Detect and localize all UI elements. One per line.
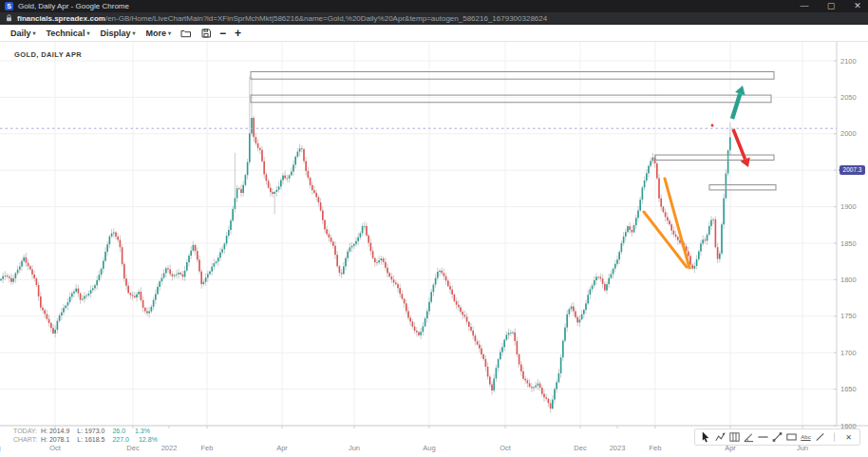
price-tick-label: 1750 (840, 312, 857, 320)
legend-row-chart: CHART: H: 2078.1 L: 1618.5 227.0 12.8% (13, 436, 165, 445)
url-path: /en-GB/Home/LiveChartMain?id=XFinSprMchM… (105, 14, 547, 23)
menu-technical[interactable]: Technical▾ (47, 29, 90, 38)
date-tick-label: Apr (276, 444, 288, 452)
price-tick-label: 1800 (840, 276, 857, 284)
price-range-rectangle-drawing[interactable] (251, 72, 774, 80)
today-high: H: 2014.9 (41, 428, 69, 436)
date-tick-label: Feb (650, 444, 662, 452)
rectangle-tool[interactable] (785, 430, 798, 444)
date-tick-label: Feb (201, 444, 214, 452)
price-tick-label: 2050 (840, 93, 857, 102)
today-change: 26.0 (112, 428, 125, 436)
ohlc-legend: TODAY: H: 2014.9 L: 1973.0 26.0 1.3% CHA… (13, 428, 165, 444)
menu-daily[interactable]: Daily▾ (10, 29, 36, 38)
current-price-badge: 2007.3 (840, 165, 865, 175)
site-favicon: S (5, 2, 13, 10)
date-tick-label: Dec (574, 444, 587, 452)
price-range-rectangle-drawing[interactable] (709, 185, 776, 190)
down-arrow-drawing[interactable] (733, 129, 750, 167)
window-title: Gold, Daily Apr - Google Chrome (18, 2, 129, 10)
close-tool[interactable]: ✕ (842, 430, 855, 444)
chart-low: L: 1618.5 (77, 436, 104, 445)
menu-display[interactable]: Display▾ (100, 29, 135, 38)
diagonal-line-tool[interactable] (814, 430, 826, 444)
date-tick-label: Oct (500, 444, 512, 452)
legend-label: TODAY: (13, 428, 39, 436)
fib-grid-tool[interactable] (728, 430, 741, 444)
toolbar-separator (828, 430, 840, 444)
date-tick-label: 2022 (161, 444, 178, 452)
legend-row-today: TODAY: H: 2014.9 L: 1973.0 26.0 1.3% (13, 428, 165, 436)
chart-high: H: 2078.1 (41, 436, 69, 445)
menu-more[interactable]: More▾ (145, 29, 171, 38)
symbol-label: GOLD, DAILY APR (14, 50, 82, 59)
chevron-down-icon: ▾ (33, 30, 36, 36)
url-input[interactable]: financials.spreadex.com/en-GB/Home/LiveC… (17, 14, 547, 23)
close-button[interactable]: ✕ (851, 0, 864, 12)
chevron-down-icon: ▾ (168, 30, 171, 36)
date-tick-label: Aug (423, 444, 435, 452)
candle-bodies-layer (0, 118, 730, 409)
lock-icon[interactable] (6, 14, 12, 22)
drawing-toolbar: Abc✕ (694, 428, 860, 446)
chart-toolbar: Daily▾ Technical▾ Display▾ More▾ − + (0, 25, 868, 42)
url-domain: financials.spreadex.com (17, 14, 105, 23)
today-change-pct: 1.3% (135, 428, 150, 436)
price-tick-label: 1700 (840, 349, 857, 357)
horizontal-line-tool[interactable] (757, 430, 769, 444)
chart-area[interactable]: 2100205020001950190018501800175017001650… (0, 42, 868, 457)
maximize-button[interactable]: ▢ (824, 0, 838, 12)
polyline-arrow-tool[interactable] (714, 430, 726, 444)
save-icon[interactable] (201, 29, 211, 38)
current-price-marker (711, 124, 714, 127)
zoom-in-button[interactable]: + (235, 27, 241, 40)
window-title-bar: S Gold, Daily Apr - Google Chrome — ▢ ✕ (0, 0, 868, 12)
date-tick-label: Oct (49, 444, 62, 452)
today-low: L: 1973.0 (77, 428, 104, 436)
angle-tool[interactable] (743, 430, 755, 444)
legend-label: CHART: (13, 436, 39, 445)
candlestick-chart[interactable]: 2100205020001950190018501800175017001650… (0, 42, 868, 457)
chart-change-pct: 12.8% (139, 436, 158, 445)
address-bar: financials.spreadex.com/en-GB/Home/LiveC… (0, 12, 868, 25)
price-range-rectangle-drawing[interactable] (655, 155, 774, 160)
chevron-down-icon: ▾ (86, 30, 89, 36)
date-tick-label: Jun (349, 444, 360, 452)
date-tick-label: Aug (0, 444, 1, 452)
price-tick-label: 1850 (840, 239, 857, 248)
text-tool[interactable]: Abc (800, 430, 812, 444)
date-tick-label: Dec (126, 444, 140, 452)
price-range-rectangle-drawing[interactable] (251, 95, 771, 103)
price-tick-label: 2100 (840, 57, 857, 66)
price-tick-label: 1900 (840, 202, 857, 211)
open-folder-icon[interactable] (180, 29, 192, 38)
zoom-out-button[interactable]: − (219, 27, 226, 40)
chevron-down-icon: ▾ (132, 30, 135, 36)
price-tick-label: 2000 (840, 129, 857, 138)
minimize-button[interactable]: — (798, 0, 811, 12)
pointer-tool[interactable] (700, 430, 712, 444)
date-tick-label: 2023 (610, 444, 626, 452)
chart-change: 227.0 (112, 436, 129, 445)
price-tick-label: 1650 (840, 385, 857, 393)
trend-line-tool[interactable] (771, 430, 783, 444)
